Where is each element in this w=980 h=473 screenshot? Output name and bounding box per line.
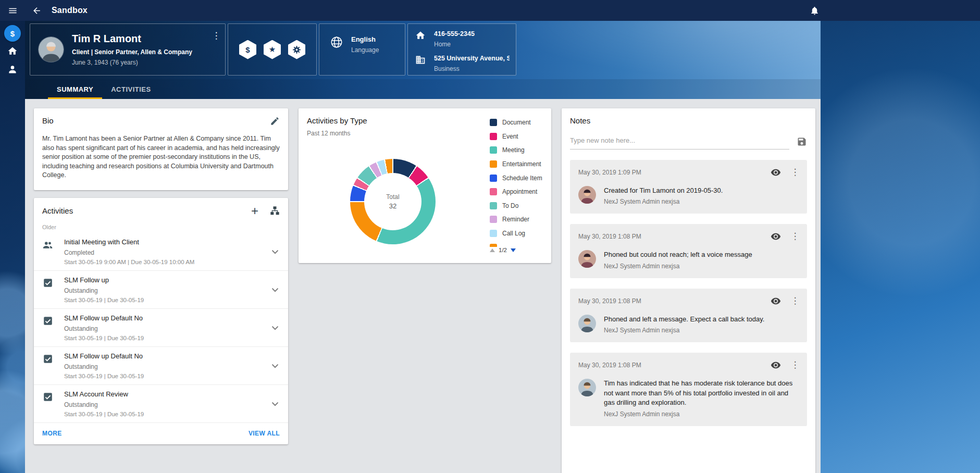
notes-card: Notes May 30, 2019 1:09 PM ⋮ xyxy=(562,108,815,473)
activity-title: SLM Follow up xyxy=(64,276,269,284)
menu-icon[interactable] xyxy=(0,0,25,21)
legend-label: Call Log xyxy=(502,230,525,237)
bio-card: Bio Mr. Tim Lamont has been a Senior Par… xyxy=(34,108,288,190)
add-activity-icon[interactable]: + xyxy=(251,206,258,216)
note-menu-icon[interactable]: ⋮ xyxy=(789,231,801,242)
legend-item[interactable]: Event xyxy=(490,130,560,144)
language-label: Language xyxy=(351,46,379,54)
chevron-down-icon[interactable] xyxy=(269,360,281,371)
legend-item[interactable]: Appointment xyxy=(490,185,560,199)
legend-label: Entertainment xyxy=(502,160,541,168)
legend-item[interactable]: Document xyxy=(490,116,560,130)
activity-row[interactable]: SLM Follow up Outstanding Start 30-05-19… xyxy=(34,271,288,309)
language-card[interactable]: English Language xyxy=(319,23,405,76)
person-icon[interactable] xyxy=(2,60,23,78)
globe-icon xyxy=(330,35,343,49)
task-icon xyxy=(42,353,54,365)
note-menu-icon[interactable]: ⋮ xyxy=(789,359,801,371)
building-icon xyxy=(415,55,426,65)
activity-row[interactable]: Initial Meeting with Client Completed St… xyxy=(34,233,288,271)
page-down-icon[interactable] xyxy=(511,248,516,252)
tab-summary[interactable]: SUMMARY xyxy=(48,79,102,99)
page-indicator: 1/2 xyxy=(499,247,507,253)
note-menu-icon[interactable]: ⋮ xyxy=(789,167,801,178)
profile-birthdate: June 3, 1943 (76 years) xyxy=(72,59,192,66)
note-author-avatar xyxy=(578,315,596,332)
profile-text: Tim R Lamont Client | Senior Partner, Al… xyxy=(72,33,192,66)
dollar-badge-icon[interactable]: $ xyxy=(4,25,21,42)
profile-banner: Tim R Lamont Client | Senior Partner, Al… xyxy=(25,21,821,99)
legend-item[interactable]: Meeting xyxy=(490,143,560,157)
donut-center: Total 32 xyxy=(364,173,421,230)
save-icon[interactable] xyxy=(797,136,807,147)
activity-dates: Start 30-05-19 9:00 AM | Due 30-05-19 10… xyxy=(64,259,269,265)
activity-row[interactable]: SLM Account Review Outstanding Start 30-… xyxy=(34,385,288,423)
note-item: May 30, 2019 1:09 PM ⋮ Created for Tim L… xyxy=(570,160,807,214)
badge-gear-icon[interactable] xyxy=(288,40,305,59)
note-text: Tim has indicated that he has moderate r… xyxy=(604,379,801,407)
legend-swatch xyxy=(490,216,497,223)
legend-item[interactable]: Call Log xyxy=(490,227,560,241)
scroll-area[interactable]: Bio Mr. Tim Lamont has been a Senior Par… xyxy=(25,99,821,473)
task-icon xyxy=(42,315,54,327)
donut-wrap: Total 32 xyxy=(350,159,436,244)
legend-swatch xyxy=(490,133,497,140)
legend-swatch xyxy=(490,175,497,182)
legend-item[interactable] xyxy=(490,240,560,247)
right-column: Notes May 30, 2019 1:09 PM ⋮ xyxy=(562,108,815,473)
notification-bell-icon[interactable] xyxy=(804,0,825,21)
profile-card[interactable]: Tim R Lamont Client | Senior Partner, Al… xyxy=(30,23,226,76)
badge-dollar-icon[interactable]: $ xyxy=(239,40,256,59)
profile-avatar xyxy=(39,37,64,62)
activity-row[interactable]: SLM Follow up Default No Outstanding Sta… xyxy=(34,347,288,385)
back-icon[interactable] xyxy=(25,0,48,21)
eye-icon[interactable] xyxy=(771,231,781,242)
eye-icon[interactable] xyxy=(771,360,781,370)
badge-star-icon[interactable]: ★ xyxy=(264,40,281,59)
note-author: NexJ System Admin nexjsa xyxy=(604,198,723,205)
donut-total-value: 32 xyxy=(389,202,396,210)
main-content: Tim R Lamont Client | Senior Partner, Al… xyxy=(25,21,821,473)
legend-swatch xyxy=(490,230,497,237)
chevron-down-icon[interactable] xyxy=(269,246,281,257)
chart-legend: Document Event Meeting Entertainment Sch… xyxy=(490,116,560,247)
legend-swatch xyxy=(490,160,497,168)
eye-icon[interactable] xyxy=(771,167,781,178)
activity-dates: Start 30-05-19 | Due 30-05-19 xyxy=(64,411,269,417)
more-button[interactable]: MORE xyxy=(42,430,62,437)
chart-pagination: 1/2 xyxy=(490,247,516,253)
view-all-button[interactable]: VIEW ALL xyxy=(249,430,280,437)
note-menu-icon[interactable]: ⋮ xyxy=(789,295,801,307)
legend-swatch xyxy=(490,202,497,209)
page-up-icon[interactable] xyxy=(490,248,495,252)
activities-by-type-card: Activities by Type Past 12 months Total … xyxy=(299,108,551,263)
activity-row[interactable]: SLM Follow up Default No Outstanding Sta… xyxy=(34,309,288,347)
edit-pencil-icon[interactable] xyxy=(270,116,280,126)
legend-label: Reminder xyxy=(502,216,529,223)
legend-item[interactable]: Schedule Item xyxy=(490,171,560,185)
note-author-avatar xyxy=(578,250,596,268)
task-icon xyxy=(42,391,54,403)
eye-icon[interactable] xyxy=(771,296,781,306)
activity-title: SLM Account Review xyxy=(64,390,269,398)
task-icon xyxy=(42,277,54,289)
header-cards: Tim R Lamont Client | Senior Partner, Al… xyxy=(30,23,516,76)
page-title: Sandbox xyxy=(52,6,88,15)
legend-item[interactable]: Entertainment xyxy=(490,157,560,171)
home-icon xyxy=(415,30,426,41)
contact-card[interactable]: 416-555-2345 Home 525 University Avenue,… xyxy=(407,23,516,76)
chevron-down-icon[interactable] xyxy=(269,284,281,295)
legend-item[interactable]: Reminder xyxy=(490,213,560,227)
tab-activities[interactable]: ACTIVITIES xyxy=(102,79,160,99)
legend-swatch xyxy=(490,188,497,195)
hierarchy-icon[interactable] xyxy=(270,206,280,216)
chevron-down-icon[interactable] xyxy=(269,398,281,409)
chevron-down-icon[interactable] xyxy=(269,322,281,333)
profile-menu-icon[interactable]: ⋮ xyxy=(210,30,222,42)
legend-label: Document xyxy=(502,119,531,126)
home-icon[interactable] xyxy=(2,42,23,60)
legend-item[interactable]: To Do xyxy=(490,199,560,213)
phone-row: 416-555-2345 Home xyxy=(415,30,510,48)
note-input[interactable] xyxy=(570,133,789,150)
note-text: Phoned but could not reach; left a voice… xyxy=(604,250,752,259)
